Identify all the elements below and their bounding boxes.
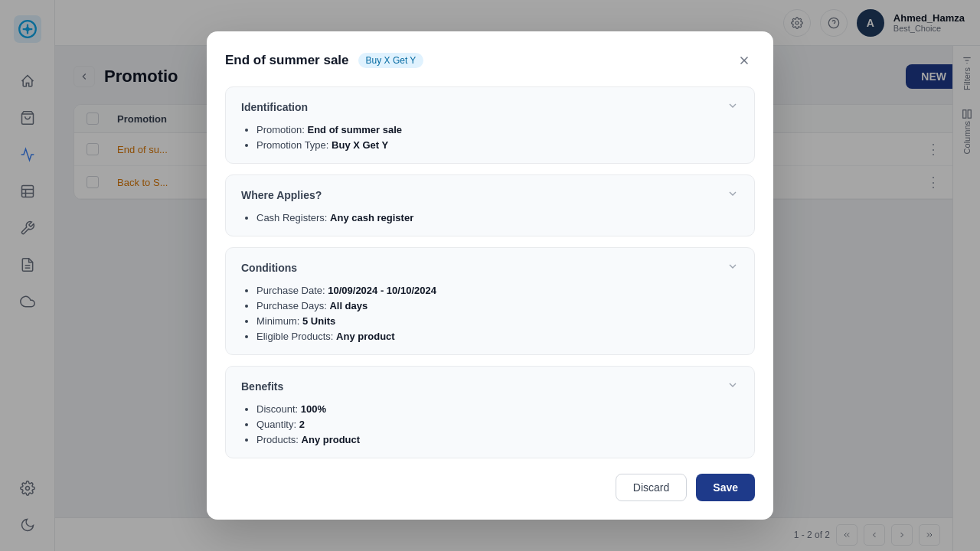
benefits-section: Benefits Discount: 100% Quantity: 2 Prod… bbox=[225, 366, 755, 458]
conditions-list: Purchase Date: 10/09/2024 - 10/10/2024 P… bbox=[241, 285, 739, 342]
conditions-item-0: Purchase Date: 10/09/2024 - 10/10/2024 bbox=[256, 285, 739, 296]
modal-title: End of summer sale bbox=[225, 53, 349, 68]
conditions-toggle[interactable] bbox=[727, 260, 739, 276]
identification-list: Promotion: End of summer sale Promotion … bbox=[241, 124, 739, 151]
benefits-list: Discount: 100% Quantity: 2 Products: Any… bbox=[241, 403, 739, 445]
modal-badge: Buy X Get Y bbox=[358, 53, 424, 68]
conditions-section: Conditions Purchase Date: 10/09/2024 - 1… bbox=[225, 247, 755, 355]
conditions-header: Conditions bbox=[241, 260, 739, 276]
where-applies-toggle[interactable] bbox=[727, 187, 739, 203]
benefits-item-2: Products: Any product bbox=[256, 434, 739, 445]
benefits-item-1: Quantity: 2 bbox=[256, 419, 739, 430]
identification-header: Identification bbox=[241, 99, 739, 115]
modal-header: End of summer sale Buy X Get Y bbox=[225, 50, 755, 71]
where-applies-item-0: Cash Registers: Any cash register bbox=[256, 212, 739, 223]
conditions-item-3: Eligible Products: Any product bbox=[256, 331, 739, 342]
where-applies-section: Where Applies? Cash Registers: Any cash … bbox=[225, 174, 755, 236]
identification-toggle[interactable] bbox=[727, 99, 739, 115]
conditions-title: Conditions bbox=[241, 262, 297, 274]
identification-item-0: Promotion: End of summer sale bbox=[256, 124, 739, 135]
discard-button[interactable]: Discard bbox=[616, 474, 687, 501]
benefits-toggle[interactable] bbox=[727, 379, 739, 394]
modal-overlay: End of summer sale Buy X Get Y Identific… bbox=[0, 0, 980, 551]
where-applies-header: Where Applies? bbox=[241, 187, 739, 203]
modal-footer: Discard Save bbox=[225, 474, 755, 501]
identification-title: Identification bbox=[241, 101, 308, 113]
where-applies-title: Where Applies? bbox=[241, 189, 322, 201]
promotion-modal: End of summer sale Buy X Get Y Identific… bbox=[207, 31, 773, 520]
conditions-item-1: Purchase Days: All days bbox=[256, 300, 739, 311]
modal-close-button[interactable] bbox=[733, 50, 755, 71]
benefits-title: Benefits bbox=[241, 380, 283, 393]
save-button[interactable]: Save bbox=[696, 474, 755, 501]
benefits-item-0: Discount: 100% bbox=[256, 403, 739, 415]
benefits-header: Benefits bbox=[241, 379, 739, 394]
identification-section: Identification Promotion: End of summer … bbox=[225, 86, 755, 164]
identification-item-1: Promotion Type: Buy X Get Y bbox=[256, 139, 739, 151]
where-applies-list: Cash Registers: Any cash register bbox=[241, 212, 739, 223]
conditions-item-2: Minimum: 5 Units bbox=[256, 315, 739, 327]
